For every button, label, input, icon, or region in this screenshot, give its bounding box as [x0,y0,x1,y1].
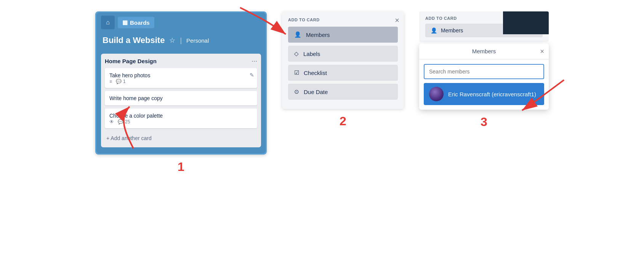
menu-item-members[interactable]: 👤 Members [288,27,398,43]
boards-label: Boards [130,19,150,26]
comment-count: 25 [125,119,130,124]
due-date-icon: ⊙ [294,88,299,95]
boards-grid-icon: ▦ [122,19,128,26]
checklist-label: Checklist [304,70,327,76]
board-title: Build a Website [103,35,165,45]
member-avatar [429,87,444,101]
list-header: Home Page Design ··· [105,57,257,64]
boards-button[interactable]: ▦ Boards [118,17,154,28]
comment-count-item: 💬 25 [118,119,130,124]
menu-item-checklist[interactable]: ☑ Checklist [288,65,398,81]
watch-icon-item: 👁 [109,119,114,124]
panel3-sidebar: ADD TO CARD 👤 Members [419,11,549,42]
card-choose-color[interactable]: Choose a color palette 👁 💬 25 [105,108,257,128]
members-popup-close-button[interactable]: × [540,47,544,55]
card-meta: ≡ 💬 1 [109,79,253,84]
panel1-board: ⌂ ▦ Boards Build a Website ☆ | Personal [95,11,267,155]
card-take-hero-photos[interactable]: Take hero photos ✎ ≡ 💬 1 [105,68,257,88]
due-date-label: Due Date [304,89,328,95]
members-popup-body: Eric Ravenscraft (ericravenscraft1) [419,59,549,110]
members-popup-header: Members × [419,43,549,59]
board-body: Home Page Design ··· Take hero photos ✎ … [96,50,266,153]
checklist-icon: ☑ [294,69,299,76]
sidebar-members-label: Members [441,27,463,34]
edit-icon: ✎ [250,72,254,78]
home-button[interactable]: ⌂ [101,16,115,29]
card-meta: 👁 💬 25 [109,119,253,124]
comment-icon: 💬 [118,119,123,124]
description-icon-item: ≡ [109,79,112,84]
card-write-home-page[interactable]: Write home page copy [105,91,257,105]
list-container: Home Page Design ··· Take hero photos ✎ … [101,54,261,147]
list-menu-button[interactable]: ··· [252,57,257,64]
labels-icon: ◇ [294,50,299,57]
panel2-section-label: ADD TO CARD [288,18,398,22]
members-icon: 👤 [294,31,301,38]
star-icon[interactable]: ☆ [169,36,175,45]
menu-item-due-date[interactable]: ⊙ Due Date [288,84,398,100]
members-popup: Members × Eric Ravenscraft (ericravenscr… [419,43,549,110]
title-separator: | [180,37,182,45]
avatar-image [429,87,444,101]
card-title: Choose a color palette [109,113,163,119]
step-2-label: 2 [340,114,346,128]
list-title: Home Page Design [105,58,157,64]
comment-count-item: 💬 1 [116,79,126,84]
sidebar-members-icon: 👤 [431,27,437,34]
member-name: Eric Ravenscraft (ericravenscraft1) [448,91,536,97]
add-card-button[interactable]: + Add another card [105,133,257,144]
card-title: Write home page copy [109,95,163,101]
step-1-label: 1 [178,160,184,174]
dark-corner [503,11,549,34]
members-popup-title: Members [472,48,496,54]
card-title: Take hero photos [109,72,150,78]
comment-icon: 💬 [116,79,122,84]
home-icon: ⌂ [106,19,110,26]
menu-item-labels[interactable]: ◇ Labels [288,46,398,62]
search-members-input[interactable] [424,64,544,79]
member-item-eric[interactable]: Eric Ravenscraft (ericravenscraft1) [424,83,544,105]
step-3-label: 3 [481,115,487,129]
panel2-add-card: × ADD TO CARD 👤 Members ◇ Labels ☑ Check… [282,11,404,109]
board-top-nav: ⌂ ▦ Boards [96,13,266,32]
board-personal-label: Personal [186,37,209,44]
watch-icon: 👁 [109,119,114,124]
comment-count: 1 [123,79,126,84]
members-label: Members [306,32,330,38]
board-title-bar: Build a Website ☆ | Personal [96,32,266,50]
panel2-close-button[interactable]: × [395,16,399,25]
description-icon: ≡ [109,79,112,84]
labels-label: Labels [303,51,320,57]
